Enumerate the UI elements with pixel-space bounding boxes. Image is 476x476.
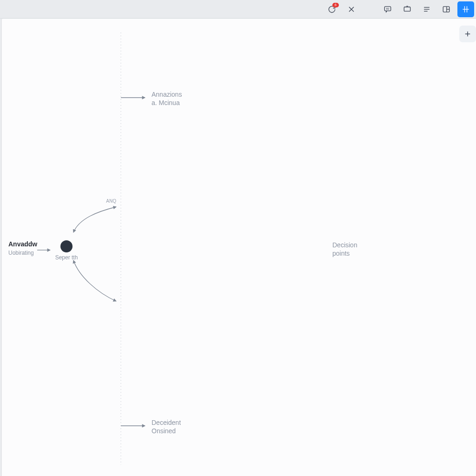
- small-top-label: ANQ: [106, 198, 116, 204]
- layout-button[interactable]: [438, 1, 455, 17]
- branch-bottom-line2: Onsined: [152, 427, 176, 435]
- root-node-subtitle: Uobirating: [8, 250, 34, 256]
- comment-button[interactable]: R0: [379, 1, 396, 17]
- branch-top-line2: a. Mcinua: [152, 99, 180, 106]
- refresh-button[interactable]: 6: [324, 1, 340, 17]
- branch-arc-up: [73, 207, 116, 232]
- root-dot-label: Seper tth: [55, 254, 78, 261]
- align-button[interactable]: [457, 1, 474, 17]
- svg-rect-4: [404, 7, 410, 11]
- right-node-line2: points: [332, 250, 350, 257]
- branch-arc-down: [73, 260, 116, 301]
- top-toolbar: 6 R0: [0, 0, 476, 19]
- notification-badge: 6: [332, 3, 339, 7]
- diagram-layer: Anvaddw Uobirating Seper tth ANQ Annazio…: [0, 19, 476, 476]
- branch-top-line1[interactable]: Annazions: [152, 91, 182, 98]
- right-node-line1[interactable]: Decision: [332, 241, 357, 249]
- root-dot[interactable]: [60, 240, 73, 252]
- branch-bottom-line1[interactable]: Deceident: [152, 419, 181, 426]
- present-button[interactable]: [399, 1, 416, 17]
- root-node-title[interactable]: Anvaddw: [8, 240, 37, 248]
- svg-text:R0: R0: [386, 7, 390, 10]
- list-button[interactable]: [418, 1, 435, 17]
- close-button[interactable]: [343, 1, 360, 17]
